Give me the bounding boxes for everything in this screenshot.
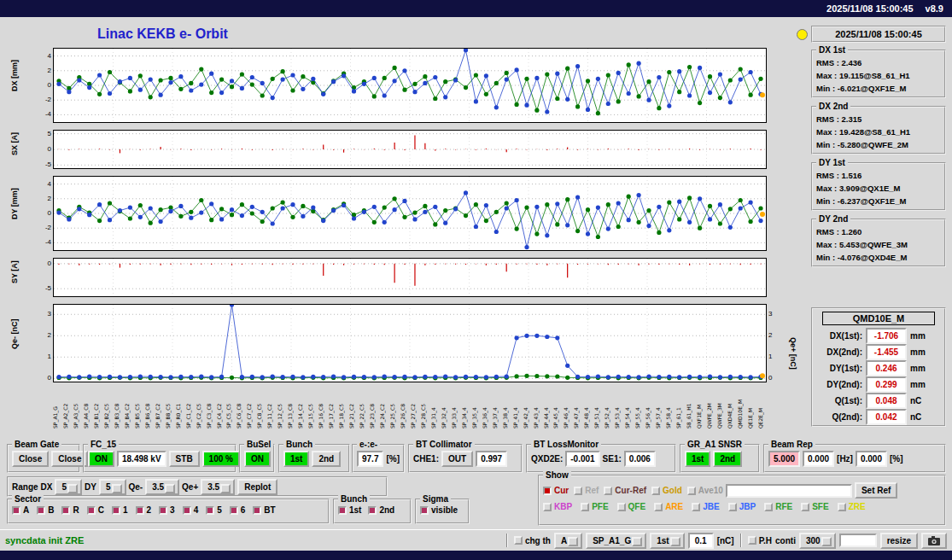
checkbox-jbp[interactable]: JBP	[728, 502, 756, 511]
range-dy-dropdown[interactable]: 5	[99, 479, 126, 495]
checkbox-label: 2	[147, 505, 152, 515]
range-qep-dropdown[interactable]: 3.5	[201, 479, 235, 495]
checkbox-indicator	[420, 506, 429, 515]
monitor-row: DY(1st):0.246mm	[815, 360, 942, 376]
y-tick-label: 2	[48, 331, 51, 339]
checkbox-indicator	[112, 506, 120, 515]
checkbox-zre[interactable]: ZRE	[838, 502, 866, 511]
gr-a1-2nd-button[interactable]: 2nd	[713, 451, 742, 467]
range-qem-dropdown[interactable]: 3.5	[145, 479, 179, 495]
checkbox-jbe[interactable]: JBE	[692, 502, 719, 511]
checkbox-1st[interactable]: 1st	[338, 505, 361, 515]
checkbox-3[interactable]: 3	[159, 505, 175, 515]
checkbox-sfe[interactable]: SFE	[801, 502, 828, 511]
fc15-on-button[interactable]: ON	[88, 451, 114, 467]
resize-button[interactable]: resize	[880, 533, 918, 549]
checkbox-2nd[interactable]: 2nd	[368, 505, 394, 515]
dx-axis-gutter: 420-2-4DX [mm]	[7, 48, 53, 123]
checkbox-cur[interactable]: Cur	[543, 486, 569, 495]
y-tick-label-right: 0	[768, 374, 772, 382]
qxd2e-value: -0.001	[565, 451, 599, 467]
fc15-stb-button[interactable]: STB	[169, 451, 200, 467]
x-tick-label: SP_57_4	[656, 382, 666, 429]
replot-button[interactable]: Replot	[237, 479, 277, 495]
y-tick-label: 2	[48, 194, 51, 201]
stat-box-title-dy-2nd: DY 2nd	[816, 214, 850, 224]
x-tick-label: SP_45_4	[553, 382, 564, 429]
monitor-rows: DX(1st):-1.706mmDX(2nd):-1.455mmDY(1st):…	[815, 328, 942, 424]
checkbox-6[interactable]: 6	[230, 505, 246, 515]
bunch-1st-button[interactable]: 1st	[283, 451, 309, 467]
x-tick-label: QXF1E_M	[697, 382, 707, 429]
checkbox-qfe[interactable]: QFE	[617, 502, 646, 511]
x-tick-label: SP_C3_C8	[207, 382, 217, 429]
interval-dropdown[interactable]: 300	[799, 533, 836, 549]
bunch-2nd-button[interactable]: 2nd	[312, 451, 341, 467]
checkbox-r[interactable]: R	[61, 505, 79, 515]
bunch-dropdown[interactable]: 1st	[650, 533, 684, 549]
gr-a1-snsr-group: GR_A1 SNSR 1st 2nd	[680, 444, 760, 473]
ref-name-input[interactable]	[726, 484, 852, 498]
x-tick-label: SP_55_4	[635, 382, 645, 429]
gr-a1-1st-button[interactable]: 1st	[685, 451, 710, 467]
checkbox-4[interactable]: 4	[183, 505, 199, 515]
checkbox-5[interactable]: 5	[206, 505, 222, 515]
sigma-group: Sigma visible	[415, 499, 470, 524]
checkbox-gold[interactable]: Gold	[651, 486, 682, 495]
checkbox-indicator	[206, 506, 214, 515]
ph-label: P.H	[759, 536, 772, 545]
x-tick-label: SP_24_C2	[380, 382, 390, 429]
ph-checkbox[interactable]: P.H	[748, 536, 772, 545]
checkbox-pfe[interactable]: PFE	[581, 502, 608, 511]
x-axis-labels: SP_A1_GSP_A2_C2SP_A3_C5SP_A4_C8SP_B1_C2S…	[53, 382, 768, 429]
checkbox-indicator	[574, 487, 582, 495]
chg-th-checkbox[interactable]: chg th	[514, 536, 551, 545]
checkbox-bt[interactable]: BT	[253, 505, 275, 515]
screenshot-button[interactable]	[921, 533, 947, 549]
monitor-row-label: Q(1st):	[815, 396, 862, 405]
checkbox-c[interactable]: C	[87, 505, 104, 515]
y-tick-label-right: 2	[768, 331, 772, 339]
che1-out-button[interactable]: OUT	[441, 451, 473, 467]
checkbox-indicator	[838, 503, 846, 511]
se1-label: SE1:	[603, 454, 622, 464]
x-tick-label: SP_C8_C5	[257, 382, 267, 429]
checkbox-b[interactable]: B	[37, 505, 54, 515]
set-ref-button[interactable]: Set Ref	[855, 482, 897, 499]
checkbox-label: 1st	[349, 505, 361, 515]
checkbox-1[interactable]: 1	[112, 505, 128, 515]
range-dx-dropdown[interactable]: 5	[55, 479, 82, 495]
bpm-dropdown[interactable]: SP_A1_G	[586, 533, 646, 549]
checkbox-visible[interactable]: visible	[420, 505, 458, 515]
checkbox-2[interactable]: 2	[136, 505, 152, 515]
checkbox-cur-ref[interactable]: Cur-Ref	[604, 486, 646, 495]
checkbox-a[interactable]: A	[12, 505, 29, 515]
beam-gate-close-1-button[interactable]: Close	[12, 451, 49, 467]
threshold-input[interactable]: 0.1	[688, 533, 714, 549]
statusbar-input[interactable]	[839, 534, 877, 547]
sector-dropdown[interactable]: A	[554, 533, 582, 549]
stat-max-dy-1st: Max : 3.909@QX1E_M	[816, 182, 943, 195]
x-tick-label: SP_21_C2	[349, 382, 359, 429]
show-row1-checkboxes: CurRefCur-RefGoldAve10	[543, 486, 723, 495]
gr-a1-snsr-group-label: GR_A1 SNSR	[685, 440, 745, 449]
checkbox-rfe[interactable]: RFE	[764, 502, 792, 511]
y-tick-label: 0	[48, 209, 51, 217]
range-qep-label: Qe+	[182, 482, 198, 492]
x-tick-label: SP_42_4	[523, 382, 534, 429]
checkbox-ref[interactable]: Ref	[574, 486, 599, 495]
x-tick-label: S8_61_H1	[686, 382, 697, 429]
checkbox-kbp[interactable]: KBP	[543, 502, 572, 511]
checkbox-are[interactable]: ARE	[654, 502, 683, 511]
ph-indicator	[748, 536, 756, 545]
checkbox-label: Gold	[663, 486, 682, 495]
checkbox-label: JBP	[739, 502, 756, 511]
checkbox-ave10[interactable]: Ave10	[687, 486, 723, 495]
monitor-row-unit: mm	[910, 380, 926, 389]
stat-max-dx-1st: Max : 19.115@S8_61_H1	[816, 69, 943, 82]
busel-on-button[interactable]: ON	[244, 451, 271, 467]
checkbox-label: Ref	[585, 486, 599, 495]
bunch-select-group: Bunch 1st 2nd	[278, 444, 350, 473]
checkbox-label: ZRE	[849, 502, 866, 511]
beam-rep-pct-unit: [%]	[890, 454, 903, 464]
